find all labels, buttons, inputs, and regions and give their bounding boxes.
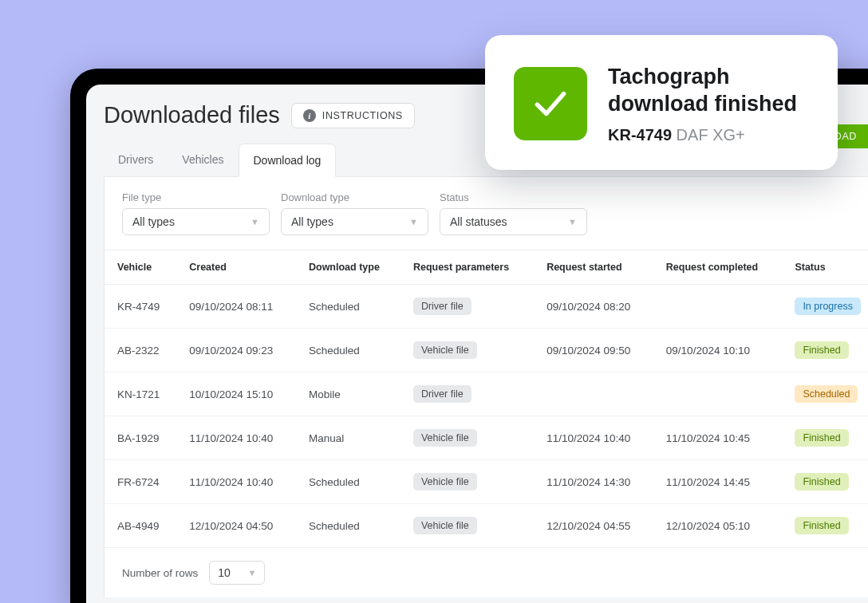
started-cell: 09/10/2024 09:50 xyxy=(537,329,657,372)
filter-file-type: File type All types ▼ xyxy=(122,191,270,235)
table-row[interactable]: BA-192911/10/2024 10:40ManualVehicle fil… xyxy=(105,416,868,460)
started-cell: 12/10/2024 04:55 xyxy=(537,504,657,548)
param-cell: Vehicle file xyxy=(404,460,537,504)
chevron-down-icon: ▼ xyxy=(247,568,256,577)
vehicle-cell: KN-1721 xyxy=(105,372,180,416)
filter-status: Status All statuses ▼ xyxy=(440,191,587,235)
completed-cell: 12/10/2024 05:10 xyxy=(657,504,786,548)
completed-cell xyxy=(657,372,786,416)
status-badge: Finished xyxy=(795,341,848,359)
column-header: Created xyxy=(180,250,299,285)
created-cell: 12/10/2024 04:50 xyxy=(180,504,299,548)
download-type-select[interactable]: All types ▼ xyxy=(281,208,428,235)
vehicle-cell: AB-4949 xyxy=(105,504,180,548)
status-badge: Finished xyxy=(795,473,848,491)
instructions-button[interactable]: i INSTRUCTIONS xyxy=(291,103,415,128)
param-cell: Driver file xyxy=(404,285,537,329)
column-header: Status xyxy=(785,250,868,285)
filter-label: Download type xyxy=(281,191,428,203)
vehicle-cell: KR-4749 xyxy=(105,285,180,329)
tab-vehicles[interactable]: Vehicles xyxy=(168,144,238,177)
status-cell: Finished xyxy=(785,504,868,548)
param-chip: Driver file xyxy=(413,298,471,315)
vehicle-cell: BA-1929 xyxy=(105,416,180,460)
tab-drivers[interactable]: Drivers xyxy=(104,144,168,177)
page-title: Downloaded files xyxy=(104,102,280,128)
rows-per-page-select[interactable]: 10 ▼ xyxy=(209,561,265,585)
table-row[interactable]: KN-172110/10/2024 15:10MobileDriver file… xyxy=(105,372,868,416)
column-header: Request parameters xyxy=(404,250,537,285)
status-cell: Scheduled xyxy=(785,372,868,416)
toast-model: DAF XG+ xyxy=(677,126,745,144)
status-value: All statuses xyxy=(450,215,507,228)
toast-body: Tachograph download finished KR-4749 DAF… xyxy=(608,64,809,144)
download-type-cell: Scheduled xyxy=(299,329,404,372)
param-cell: Vehicle file xyxy=(404,329,537,372)
created-cell: 09/10/2024 08:11 xyxy=(180,285,299,329)
status-cell: Finished xyxy=(785,329,868,372)
success-check-icon xyxy=(514,67,587,140)
completed-cell: 11/10/2024 10:45 xyxy=(657,416,786,460)
filters: File type All types ▼ Download type All … xyxy=(105,177,868,250)
status-badge: Scheduled xyxy=(795,385,858,403)
param-cell: Vehicle file xyxy=(404,504,537,548)
completed-cell: 11/10/2024 14:45 xyxy=(657,460,786,504)
status-cell: Finished xyxy=(785,460,868,504)
filter-label: Status xyxy=(440,191,587,203)
chevron-down-icon: ▼ xyxy=(568,217,577,227)
info-icon: i xyxy=(303,109,316,122)
status-select[interactable]: All statuses ▼ xyxy=(440,208,587,235)
status-cell: In progress xyxy=(785,285,868,329)
download-type-cell: Mobile xyxy=(299,372,404,416)
column-header: Download type xyxy=(299,250,404,285)
pager-label: Number of rows xyxy=(122,567,198,579)
column-header: Request started xyxy=(537,250,657,285)
created-cell: 11/10/2024 10:40 xyxy=(180,460,299,504)
tab-download-log[interactable]: Download log xyxy=(239,144,337,177)
column-header: Request completed xyxy=(657,250,786,285)
started-cell: 09/10/2024 08:20 xyxy=(537,285,657,329)
download-log-table: VehicleCreatedDownload typeRequest param… xyxy=(105,250,868,548)
toast-title: Tachograph download finished xyxy=(608,64,809,118)
created-cell: 11/10/2024 10:40 xyxy=(180,416,299,460)
param-chip: Vehicle file xyxy=(413,473,477,491)
param-chip: Vehicle file xyxy=(413,517,477,534)
started-cell: 11/10/2024 14:30 xyxy=(537,460,657,504)
download-type-cell: Manual xyxy=(299,416,404,460)
toast-subtitle: KR-4749 DAF XG+ xyxy=(608,126,809,144)
toast-download-finished: Tachograph download finished KR-4749 DAF… xyxy=(485,35,838,170)
vehicle-cell: AB-2322 xyxy=(105,329,180,372)
status-cell: Finished xyxy=(785,416,868,460)
param-cell: Vehicle file xyxy=(404,416,537,460)
completed-cell xyxy=(657,285,786,329)
vehicle-cell: FR-6724 xyxy=(105,460,180,504)
download-type-cell: Scheduled xyxy=(299,460,404,504)
param-chip: Vehicle file xyxy=(413,429,477,447)
param-chip: Driver file xyxy=(413,385,471,403)
download-log-panel: File type All types ▼ Download type All … xyxy=(104,177,868,597)
table-row[interactable]: AB-232209/10/2024 09:23ScheduledVehicle … xyxy=(105,329,868,372)
created-cell: 09/10/2024 09:23 xyxy=(180,329,299,372)
table-row[interactable]: KR-474909/10/2024 08:11ScheduledDriver f… xyxy=(105,285,868,329)
download-type-cell: Scheduled xyxy=(299,504,404,548)
status-badge: Finished xyxy=(795,517,848,534)
param-chip: Vehicle file xyxy=(413,341,477,359)
download-type-cell: Scheduled xyxy=(299,285,404,329)
toast-vehicle: KR-4749 xyxy=(608,126,672,144)
download-type-value: All types xyxy=(291,215,333,228)
started-cell xyxy=(537,372,657,416)
table-row[interactable]: FR-672411/10/2024 10:40ScheduledVehicle … xyxy=(105,460,868,504)
instructions-label: INSTRUCTIONS xyxy=(322,110,403,121)
filter-label: File type xyxy=(122,191,270,203)
table-row[interactable]: AB-494912/10/2024 04:50ScheduledVehicle … xyxy=(105,504,868,548)
started-cell: 11/10/2024 10:40 xyxy=(537,416,657,460)
column-header: Vehicle xyxy=(105,250,180,285)
completed-cell: 09/10/2024 10:10 xyxy=(657,329,786,372)
chevron-down-icon: ▼ xyxy=(409,217,418,227)
file-type-value: All types xyxy=(132,215,175,228)
status-badge: Finished xyxy=(795,429,848,447)
rows-per-page-value: 10 xyxy=(218,566,231,579)
file-type-select[interactable]: All types ▼ xyxy=(122,208,270,235)
status-badge: In progress xyxy=(795,298,861,315)
param-cell: Driver file xyxy=(404,372,537,416)
